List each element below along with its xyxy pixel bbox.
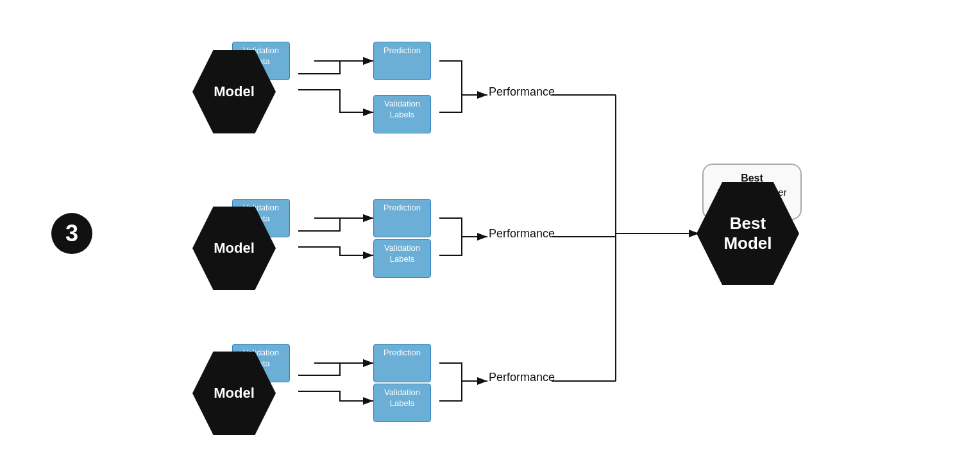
- row2-pred-to-perf-line: [439, 218, 462, 237]
- row1-model-to-pred-arrow: [298, 61, 373, 74]
- row3-model-to-vallabels-arrow: [298, 391, 373, 401]
- row2-performance-label: Performance: [489, 227, 555, 241]
- row1-model-to-vallabels-arrow: [298, 90, 373, 112]
- row3-pred-to-perf-line: [439, 363, 462, 381]
- row1-vallabels-to-perf-line: [439, 95, 462, 112]
- row1-model-hex: Model: [192, 50, 276, 133]
- row3-vallabels-to-perf-line: [439, 381, 462, 401]
- row1-validation-labels-box: Validation Labels: [373, 95, 431, 133]
- row2-model-hex: Model: [192, 207, 276, 290]
- row1-performance-label: Performance: [489, 85, 555, 99]
- row3-prediction-box: Prediction: [373, 344, 431, 382]
- row3-model-hex: Model: [192, 352, 276, 435]
- row3-performance-label: Performance: [489, 371, 555, 384]
- row1-pred-to-perf-line: [439, 61, 462, 95]
- row1-prediction-box: Prediction: [373, 42, 431, 80]
- row2-model-to-vallabels-arrow: [298, 247, 373, 255]
- row2-prediction-box: Prediction: [373, 199, 431, 237]
- row3-validation-labels-box: Validation Labels: [373, 384, 431, 422]
- best-model-hex: Best Model: [697, 182, 799, 285]
- row2-vallabels-to-perf-line: [439, 237, 462, 255]
- diagram-container: 3: [0, 0, 980, 467]
- row2-model-to-pred-arrow: [298, 218, 373, 231]
- row2-validation-labels-box: Validation Labels: [373, 239, 431, 278]
- step-number-badge: 3: [51, 213, 92, 254]
- row3-model-to-pred-arrow: [298, 363, 373, 375]
- best-model-label: Best Model: [723, 214, 772, 253]
- step-number: 3: [65, 220, 78, 247]
